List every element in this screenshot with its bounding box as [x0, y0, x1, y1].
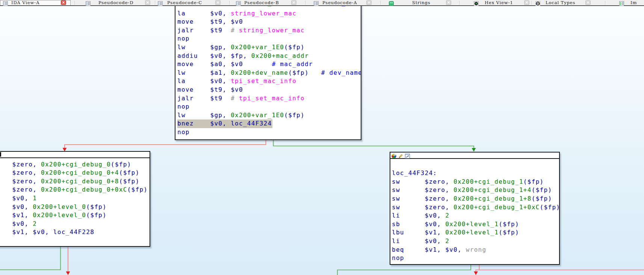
- instruction-line[interactable]: move $a0, $v0 # mac_addr: [177, 60, 361, 69]
- block-code: lw $a1, 0x200+dev_name($fp) # dev_namela…: [175, 6, 361, 137]
- instruction-line[interactable]: li $v0, 2: [0, 220, 150, 228]
- svg-text:0: 0: [537, 2, 539, 6]
- tab-pseudocode-d[interactable]: Pseudocode-D: [98, 0, 133, 5]
- instruction-line[interactable]: sw $zero, 0x200+cgi_debug_0+0xC($fp): [0, 186, 150, 194]
- tab-separator: [605, 1, 605, 5]
- local-types-icon: 0: [535, 0, 540, 5]
- pseudocode-icon: [158, 0, 163, 5]
- instruction-line[interactable]: lbu $v1, 0x200+level_0($fp): [0, 211, 150, 220]
- close-tab-icon[interactable]: ×: [61, 0, 66, 5]
- close-tab-icon[interactable]: ×: [291, 0, 296, 5]
- tab-im[interactable]: Im: [630, 0, 637, 5]
- instruction-line[interactable]: move $t9, $v0: [177, 86, 361, 94]
- tab-strings[interactable]: Strings: [412, 0, 431, 5]
- instruction-line[interactable]: la $v0, tpi_set_mac_info: [177, 77, 361, 86]
- instruction-line[interactable]: nop: [177, 128, 361, 137]
- pseudocode-icon: [86, 0, 91, 5]
- instruction-line[interactable]: nop: [177, 103, 361, 111]
- basic-block-left[interactable]: sw $zero, 0x200+cgi_debug_0($fp)sw $zero…: [0, 151, 150, 247]
- instruction-line[interactable]: jalr $t9 # string_lower_mac: [177, 26, 361, 35]
- view-tab-bar: IDA View-A×Pseudocode-D×Pseudocode-C×Pse…: [0, 0, 644, 6]
- instruction-line[interactable]: lbu $v1, 0x200+level_1($fp): [392, 228, 559, 237]
- hex-view-icon: [474, 0, 479, 5]
- close-tab-icon[interactable]: ×: [145, 0, 150, 5]
- instruction-line[interactable]: nop: [0, 237, 150, 245]
- clipped-title-icon: [0, 152, 1, 157]
- svg-text:"": "": [390, 2, 393, 6]
- close-tab-icon[interactable]: ×: [446, 0, 451, 5]
- instruction-line[interactable]: li $v0, 1: [0, 194, 150, 203]
- tab-separator: [531, 1, 532, 5]
- instruction-line[interactable]: [392, 161, 559, 169]
- instruction-line[interactable]: sb $v0, 0x200+level_1($fp): [392, 220, 559, 229]
- instruction-line[interactable]: la $v0, string_lower_mac: [177, 9, 361, 18]
- basic-block-right[interactable]: loc_44F324:sw $zero, 0x200+cgi_debug_1($…: [390, 152, 560, 265]
- graph-view-canvas[interactable]: lw $a1, 0x200+dev_name($fp) # dev_namela…: [0, 6, 644, 275]
- selected-instruction-line[interactable]: bnez $v0, loc_44F324: [177, 119, 361, 128]
- close-tab-icon[interactable]: ×: [585, 0, 591, 5]
- tab-ida-view-a[interactable]: IDA View-A: [11, 0, 39, 5]
- edit-pencil-icon[interactable]: [398, 153, 403, 158]
- pseudocode-icon: [236, 0, 241, 5]
- tab-separator: [305, 1, 305, 5]
- instruction-line[interactable]: sb $v0, 0x200+level_0($fp): [0, 203, 150, 212]
- tab-hex-view-1[interactable]: Hex View-1: [485, 0, 513, 5]
- tab-separator: [155, 1, 155, 5]
- instruction-line[interactable]: bne $v1, $v0, loc_44F228: [0, 228, 150, 237]
- instruction-line[interactable]: jalr $t9 # tpi_set_mac_info: [177, 94, 361, 103]
- ida-pro-window: IDA View-A×Pseudocode-D×Pseudocode-C×Pse…: [0, 0, 644, 275]
- instruction-line[interactable]: sw $zero, 0x200+cgi_debug_1($fp): [392, 178, 559, 186]
- node-color-wheel-icon[interactable]: [392, 153, 396, 158]
- tab-local-types[interactable]: Local Types: [546, 0, 575, 5]
- instruction-line[interactable]: lw $gp, 0x200+var_1E0($fp): [177, 111, 361, 120]
- instruction-line[interactable]: li $v0, 2: [392, 212, 559, 220]
- tab-pseudocode-c[interactable]: Pseudocode-C: [167, 0, 202, 5]
- instruction-line[interactable]: loc_44F324:: [392, 169, 559, 178]
- strings-icon: "": [389, 0, 394, 5]
- instruction-line[interactable]: move $t9, $v0: [177, 18, 361, 26]
- block-title-bar[interactable]: [0, 152, 150, 158]
- tab-pseudocode-a[interactable]: Pseudocode-A: [322, 0, 357, 5]
- tab-separator: [74, 1, 75, 5]
- instruction-line[interactable]: lw $a1, 0x200+dev_name($fp) # dev_name: [177, 6, 361, 8]
- block-code: sw $zero, 0x200+cgi_debug_0($fp)sw $zero…: [0, 158, 150, 245]
- instruction-line[interactable]: sw $zero, 0x200+cgi_debug_1+8($fp): [392, 195, 559, 203]
- instruction-line[interactable]: sw $zero, 0x200+cgi_debug_0+4($fp): [0, 169, 150, 177]
- instruction-line[interactable]: lw $gp, 0x200+var_1E0($fp): [177, 43, 361, 52]
- instruction-line[interactable]: li $v0, 2: [392, 237, 559, 246]
- tab-separator: [380, 1, 381, 5]
- imports-icon: [619, 0, 624, 5]
- tab-separator: [459, 1, 460, 5]
- instruction-line[interactable]: nop: [177, 35, 361, 43]
- pseudocode-icon: [314, 0, 319, 5]
- instruction-line[interactable]: sw $zero, 0x200+cgi_debug_0+8($fp): [0, 177, 150, 186]
- block-title-bar[interactable]: [390, 153, 559, 159]
- instruction-line[interactable]: lw $a1, 0x200+dev_name($fp) # dev_name: [177, 69, 361, 77]
- instruction-line[interactable]: sw $zero, 0x200+cgi_debug_0($fp): [0, 160, 150, 169]
- close-tab-icon[interactable]: ×: [524, 0, 529, 5]
- instruction-line[interactable]: beq $v1, $v0, wrong: [392, 246, 559, 254]
- group-node-icon[interactable]: [405, 153, 410, 158]
- close-tab-icon[interactable]: ×: [215, 0, 221, 5]
- tab-pseudocode-b[interactable]: Pseudocode-B: [244, 0, 279, 5]
- instruction-line[interactable]: addiu $v0, $fp, 0x200+mac_addr: [177, 52, 361, 60]
- tab-separator: [229, 1, 230, 5]
- instruction-line[interactable]: nop: [392, 254, 559, 263]
- basic-block-top[interactable]: lw $a1, 0x200+dev_name($fp) # dev_namela…: [175, 6, 361, 140]
- instruction-line[interactable]: sw $zero, 0x200+cgi_debug_1+0xC($fp): [392, 203, 559, 212]
- ida-view-icon: [3, 0, 8, 5]
- close-tab-icon[interactable]: ×: [366, 0, 372, 5]
- block-code: loc_44F324:sw $zero, 0x200+cgi_debug_1($…: [390, 159, 559, 263]
- instruction-line[interactable]: sw $zero, 0x200+cgi_debug_1+4($fp): [392, 186, 559, 195]
